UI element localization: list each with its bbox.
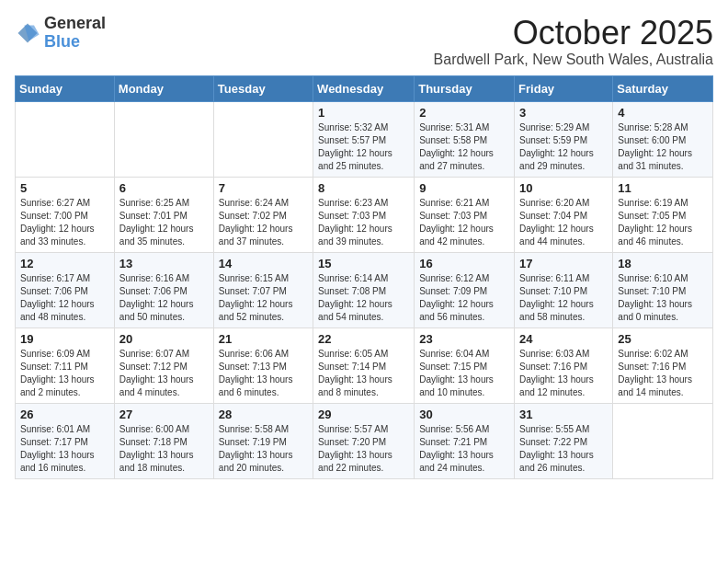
cell-info: Sunrise: 5:56 AM Sunset: 7:21 PM Dayligh…	[419, 423, 509, 475]
header-row: SundayMondayTuesdayWednesdayThursdayFrid…	[16, 75, 713, 101]
cell-info: Sunrise: 6:11 AM Sunset: 7:10 PM Dayligh…	[519, 272, 608, 324]
day-number: 23	[419, 332, 509, 346]
location-title: Bardwell Park, New South Wales, Australi…	[434, 52, 713, 68]
header-day-wednesday: Wednesday	[313, 75, 415, 101]
header-day-monday: Monday	[114, 75, 213, 101]
calendar-week-3: 19Sunrise: 6:09 AM Sunset: 7:11 PM Dayli…	[16, 327, 713, 403]
calendar-cell: 5Sunrise: 6:27 AM Sunset: 7:00 PM Daylig…	[16, 177, 115, 252]
day-number: 5	[20, 181, 109, 195]
day-number: 18	[618, 257, 708, 270]
cell-info: Sunrise: 6:09 AM Sunset: 7:11 PM Dayligh…	[20, 348, 109, 399]
cell-info: Sunrise: 6:21 AM Sunset: 7:03 PM Dayligh…	[419, 197, 509, 248]
cell-info: Sunrise: 6:04 AM Sunset: 7:15 PM Dayligh…	[419, 348, 509, 399]
day-number: 31	[519, 408, 608, 421]
day-number: 2	[419, 106, 509, 120]
calendar-cell: 30Sunrise: 5:56 AM Sunset: 7:21 PM Dayli…	[415, 403, 515, 478]
header-day-thursday: Thursday	[415, 75, 515, 101]
calendar-week-0: 1Sunrise: 5:32 AM Sunset: 5:57 PM Daylig…	[16, 101, 713, 177]
calendar-cell: 12Sunrise: 6:17 AM Sunset: 7:06 PM Dayli…	[16, 252, 115, 327]
day-number: 29	[318, 408, 409, 421]
day-number: 19	[20, 332, 109, 346]
cell-info: Sunrise: 5:32 AM Sunset: 5:57 PM Dayligh…	[318, 121, 409, 173]
day-number: 27	[119, 408, 209, 421]
day-number: 21	[219, 332, 308, 346]
calendar-cell: 2Sunrise: 5:31 AM Sunset: 5:58 PM Daylig…	[415, 101, 515, 177]
cell-info: Sunrise: 5:29 AM Sunset: 5:59 PM Dayligh…	[519, 121, 608, 173]
logo-general-text: General	[44, 15, 106, 33]
calendar-cell	[114, 101, 213, 177]
header-day-friday: Friday	[515, 75, 613, 101]
logo-icon	[15, 20, 40, 46]
calendar-cell: 15Sunrise: 6:14 AM Sunset: 7:08 PM Dayli…	[313, 252, 415, 327]
calendar-cell: 21Sunrise: 6:06 AM Sunset: 7:13 PM Dayli…	[213, 327, 313, 403]
calendar-cell: 16Sunrise: 6:12 AM Sunset: 7:09 PM Dayli…	[415, 252, 515, 327]
cell-info: Sunrise: 6:10 AM Sunset: 7:10 PM Dayligh…	[618, 272, 708, 324]
cell-info: Sunrise: 5:31 AM Sunset: 5:58 PM Dayligh…	[419, 121, 509, 173]
calendar-cell: 22Sunrise: 6:05 AM Sunset: 7:14 PM Dayli…	[313, 327, 415, 403]
calendar-week-1: 5Sunrise: 6:27 AM Sunset: 7:00 PM Daylig…	[16, 177, 713, 252]
day-number: 15	[318, 257, 409, 270]
cell-info: Sunrise: 6:05 AM Sunset: 7:14 PM Dayligh…	[318, 348, 409, 399]
cell-info: Sunrise: 6:01 AM Sunset: 7:17 PM Dayligh…	[20, 423, 109, 475]
cell-info: Sunrise: 5:57 AM Sunset: 7:20 PM Dayligh…	[318, 423, 409, 475]
calendar-cell: 23Sunrise: 6:04 AM Sunset: 7:15 PM Dayli…	[415, 327, 515, 403]
calendar-cell: 31Sunrise: 5:55 AM Sunset: 7:22 PM Dayli…	[515, 403, 613, 478]
header-day-tuesday: Tuesday	[213, 75, 313, 101]
day-number: 20	[119, 332, 209, 346]
cell-info: Sunrise: 6:00 AM Sunset: 7:18 PM Dayligh…	[119, 423, 209, 475]
day-number: 25	[618, 332, 708, 346]
calendar-cell: 4Sunrise: 5:28 AM Sunset: 6:00 PM Daylig…	[613, 101, 713, 177]
day-number: 6	[119, 181, 209, 195]
calendar-cell: 27Sunrise: 6:00 AM Sunset: 7:18 PM Dayli…	[114, 403, 213, 478]
title-section: October 2025 Bardwell Park, New South Wa…	[434, 15, 713, 68]
header-day-saturday: Saturday	[613, 75, 713, 101]
day-number: 28	[219, 408, 308, 421]
cell-info: Sunrise: 6:06 AM Sunset: 7:13 PM Dayligh…	[219, 348, 308, 399]
calendar-cell: 24Sunrise: 6:03 AM Sunset: 7:16 PM Dayli…	[515, 327, 613, 403]
day-number: 7	[219, 181, 308, 195]
cell-info: Sunrise: 6:02 AM Sunset: 7:16 PM Dayligh…	[618, 348, 708, 399]
calendar-cell: 26Sunrise: 6:01 AM Sunset: 7:17 PM Dayli…	[16, 403, 115, 478]
cell-info: Sunrise: 6:14 AM Sunset: 7:08 PM Dayligh…	[318, 272, 409, 324]
calendar-cell: 25Sunrise: 6:02 AM Sunset: 7:16 PM Dayli…	[613, 327, 713, 403]
cell-info: Sunrise: 6:20 AM Sunset: 7:04 PM Dayligh…	[519, 197, 608, 248]
calendar-cell: 1Sunrise: 5:32 AM Sunset: 5:57 PM Daylig…	[313, 101, 415, 177]
cell-info: Sunrise: 6:03 AM Sunset: 7:16 PM Dayligh…	[519, 348, 608, 399]
cell-info: Sunrise: 5:58 AM Sunset: 7:19 PM Dayligh…	[219, 423, 308, 475]
day-number: 13	[119, 257, 209, 270]
calendar-cell: 13Sunrise: 6:16 AM Sunset: 7:06 PM Dayli…	[114, 252, 213, 327]
calendar-week-4: 26Sunrise: 6:01 AM Sunset: 7:17 PM Dayli…	[16, 403, 713, 478]
calendar-cell: 29Sunrise: 5:57 AM Sunset: 7:20 PM Dayli…	[313, 403, 415, 478]
calendar-cell: 3Sunrise: 5:29 AM Sunset: 5:59 PM Daylig…	[515, 101, 613, 177]
cell-info: Sunrise: 6:17 AM Sunset: 7:06 PM Dayligh…	[20, 272, 109, 324]
day-number: 30	[419, 408, 509, 421]
day-number: 4	[618, 106, 708, 120]
calendar-cell	[16, 101, 115, 177]
cell-info: Sunrise: 6:27 AM Sunset: 7:00 PM Dayligh…	[20, 197, 109, 248]
calendar-cell: 19Sunrise: 6:09 AM Sunset: 7:11 PM Dayli…	[16, 327, 115, 403]
logo: General Blue	[15, 15, 106, 52]
cell-info: Sunrise: 6:07 AM Sunset: 7:12 PM Dayligh…	[119, 348, 209, 399]
calendar-cell: 6Sunrise: 6:25 AM Sunset: 7:01 PM Daylig…	[114, 177, 213, 252]
cell-info: Sunrise: 5:28 AM Sunset: 6:00 PM Dayligh…	[618, 121, 708, 173]
day-number: 3	[519, 106, 608, 120]
day-number: 1	[318, 106, 409, 120]
day-number: 12	[20, 257, 109, 270]
cell-info: Sunrise: 6:25 AM Sunset: 7:01 PM Dayligh…	[119, 197, 209, 248]
day-number: 26	[20, 408, 109, 421]
day-number: 11	[618, 181, 708, 195]
header-day-sunday: Sunday	[16, 75, 115, 101]
calendar-cell	[613, 403, 713, 478]
calendar-cell	[213, 101, 313, 177]
calendar-cell: 9Sunrise: 6:21 AM Sunset: 7:03 PM Daylig…	[415, 177, 515, 252]
cell-info: Sunrise: 6:12 AM Sunset: 7:09 PM Dayligh…	[419, 272, 509, 324]
calendar-cell: 7Sunrise: 6:24 AM Sunset: 7:02 PM Daylig…	[213, 177, 313, 252]
calendar-cell: 14Sunrise: 6:15 AM Sunset: 7:07 PM Dayli…	[213, 252, 313, 327]
day-number: 17	[519, 257, 608, 270]
calendar-cell: 8Sunrise: 6:23 AM Sunset: 7:03 PM Daylig…	[313, 177, 415, 252]
day-number: 8	[318, 181, 409, 195]
day-number: 10	[519, 181, 608, 195]
month-title: October 2025	[434, 15, 713, 52]
cell-info: Sunrise: 6:23 AM Sunset: 7:03 PM Dayligh…	[318, 197, 409, 248]
calendar-cell: 10Sunrise: 6:20 AM Sunset: 7:04 PM Dayli…	[515, 177, 613, 252]
